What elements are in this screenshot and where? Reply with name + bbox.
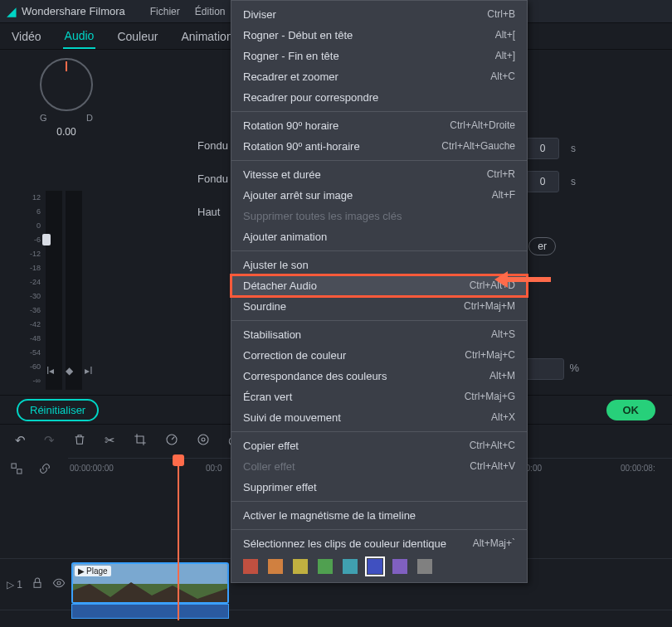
ctx-item[interactable]: Recadrer et zoomerAlt+C (231, 66, 527, 87)
audio-clip[interactable] (71, 604, 229, 619)
ctx-item[interactable]: Écran vertCtrl+Maj+G (231, 386, 527, 407)
fade-in-input[interactable] (526, 138, 559, 159)
color-swatch[interactable] (293, 559, 308, 574)
ctx-label: Rotation 90º anti-horaire (243, 139, 360, 153)
ctx-item[interactable]: Suivi de mouvementAlt+X (231, 407, 527, 428)
svg-rect-5 (34, 582, 41, 587)
ctx-item[interactable]: SourdineCtrl+Maj+M (231, 296, 527, 317)
ctx-color-row (231, 554, 527, 579)
menu-edit[interactable]: Édition (195, 6, 226, 17)
reset-button[interactable]: Réinitialiser (17, 399, 99, 421)
pill-button[interactable]: er (528, 237, 556, 255)
ctx-label: Recadrer pour correspondre (243, 90, 378, 104)
prev-keyframe-icon[interactable]: I◂ (46, 365, 54, 377)
ctx-label: Sélectionnez les clips de couleur identi… (243, 537, 446, 551)
ctx-label: Rotation 90º horaire (243, 119, 338, 133)
ok-button[interactable]: OK (606, 400, 656, 420)
svg-rect-3 (12, 464, 16, 468)
tab-audio[interactable]: Audio (63, 24, 96, 49)
ctx-label: Écran vert (243, 390, 292, 404)
ctx-item[interactable]: Ajuster le son (231, 255, 527, 275)
color-swatch[interactable] (268, 559, 283, 574)
color-swatch[interactable] (392, 559, 407, 574)
ctx-shortcut: Alt+X (491, 411, 515, 425)
video-clip[interactable]: ▶Plage (71, 562, 229, 604)
ctx-shortcut: Ctrl+Maj+C (465, 348, 515, 362)
color-swatch[interactable] (368, 559, 382, 574)
ctx-item[interactable]: Recadrer pour correspondre (231, 87, 527, 108)
split-icon[interactable]: ✂ (105, 433, 115, 448)
ctx-label: Ajuster le son (243, 258, 309, 272)
tab-video[interactable]: Vidéo (10, 25, 43, 48)
ctx-item[interactable]: StabilisationAlt+S (231, 324, 527, 345)
color-icon[interactable] (197, 433, 210, 449)
color-swatch[interactable] (417, 559, 432, 574)
ctx-shortcut: Ctrl+Maj+G (465, 390, 515, 404)
visibility-icon[interactable] (52, 576, 66, 592)
ctx-item[interactable]: Rotation 90º horaireCtrl+Alt+Droite (231, 115, 527, 136)
timeline-opt1-icon[interactable] (10, 462, 23, 478)
ctx-shortcut: Ctrl+Alt+V (470, 459, 515, 474)
ctx-shortcut: Alt+F (492, 188, 515, 202)
ctx-item[interactable]: Rotation 90º anti-horaireCtrl+Alt+Gauche (231, 136, 527, 157)
lock-icon[interactable] (31, 576, 44, 592)
ctx-item[interactable]: Rogner - Début en têteAlt+[ (231, 25, 527, 46)
color-swatch[interactable] (318, 559, 333, 574)
svg-point-6 (57, 581, 61, 585)
ctx-shortcut: Ctrl+Alt+C (470, 439, 515, 453)
color-swatch[interactable] (243, 559, 258, 574)
volume-meter: 1260-6-12-18-24-30-36-42-48-54-60-∞ (30, 191, 85, 390)
pct-unit: % (569, 362, 579, 374)
ctx-label: Coller effet (243, 459, 295, 474)
ctx-item[interactable]: Activer le magnétisme de la timeline (231, 505, 527, 526)
ctx-label: Correspondance des couleurs (243, 369, 387, 383)
ctx-item[interactable]: Détacher AudioCtrl+Alt+D (231, 275, 527, 296)
annotation-arrow (506, 277, 551, 282)
ctx-item[interactable]: Ajouter arrêt sur imageAlt+F (231, 185, 527, 206)
ctx-label: Sourdine (243, 299, 286, 314)
ctx-label: Correction de couleur (243, 348, 346, 362)
tab-color[interactable]: Couleur (115, 25, 159, 48)
speed-icon[interactable] (165, 433, 178, 449)
ctx-shortcut: Ctrl+R (487, 168, 515, 182)
next-keyframe-icon[interactable]: ▸I (85, 365, 92, 377)
crop-icon[interactable] (134, 433, 147, 449)
ctx-shortcut: Ctrl+Alt+Gauche (441, 139, 515, 153)
transport-controls: I◂ ◆ ▸I (46, 365, 93, 377)
ctx-label: Suivi de mouvement (243, 411, 341, 425)
ctx-item[interactable]: DiviserCtrl+B (231, 4, 527, 25)
keyframe-icon[interactable]: ◆ (66, 365, 73, 377)
ctx-item[interactable]: Rogner - Fin en têteAlt+] (231, 46, 527, 66)
ctx-item[interactable]: Vitesse et duréeCtrl+R (231, 164, 527, 185)
ctx-item[interactable]: Sélectionnez les clips de couleur identi… (231, 533, 527, 554)
ctx-shortcut: Ctrl+B (487, 7, 515, 22)
delete-icon[interactable] (73, 433, 86, 449)
ctx-item[interactable]: Ajouter animation (231, 226, 527, 247)
link-icon[interactable] (38, 462, 51, 478)
meter-bar-right[interactable] (66, 191, 82, 390)
pct-input[interactable] (523, 358, 564, 380)
ctx-label: Recadrer et zoomer (243, 70, 338, 84)
menu-file[interactable]: Fichier (150, 6, 180, 17)
tab-animation[interactable]: Animation (179, 25, 234, 48)
balance-dial[interactable]: GD 0.00 (40, 58, 93, 138)
undo-icon[interactable]: ↶ (15, 433, 26, 448)
redo-icon[interactable]: ↷ (44, 433, 55, 448)
app-logo-icon: ◢ (7, 4, 17, 19)
ctx-label: Rogner - Début en tête (243, 28, 353, 42)
color-swatch[interactable] (343, 559, 358, 574)
ctx-shortcut: Alt+M (489, 369, 515, 383)
ctx-item[interactable]: Correction de couleurCtrl+Maj+C (231, 345, 527, 366)
ctx-label: Détacher Audio (243, 279, 317, 293)
ctx-label: Supprimer toutes les images clés (243, 209, 402, 223)
ctx-item[interactable]: Supprimer effet (231, 477, 527, 498)
clip-name: Plage (86, 566, 108, 576)
meter-bar-left[interactable] (46, 191, 62, 390)
ctx-label: Copier effet (243, 439, 299, 453)
fade-out-input[interactable] (526, 171, 559, 192)
fade-in-unit: s (571, 143, 576, 154)
ctx-item[interactable]: Correspondance des couleursAlt+M (231, 366, 527, 386)
volume-knob[interactable] (42, 234, 51, 245)
ctx-item[interactable]: Copier effetCtrl+Alt+C (231, 435, 527, 456)
playhead[interactable] (178, 454, 179, 620)
